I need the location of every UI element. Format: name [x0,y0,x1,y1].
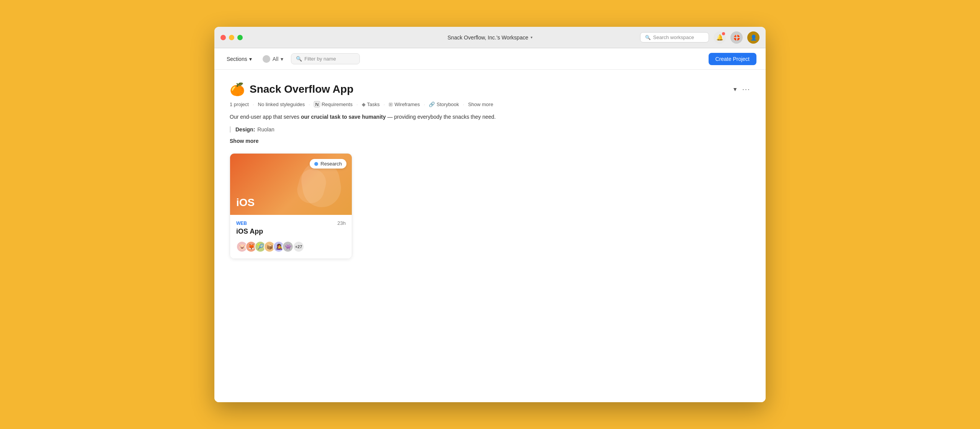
project-card[interactable]: iOS Research WEB 23h iOS App 🐷 🦊 🎾 📦 � [230,153,352,259]
toolbar: Sections ▾ All ▾ 🔍 Filter by name Create… [214,48,766,70]
minimize-button[interactable] [229,35,234,40]
project-description: Our end-user app that serves our crucial… [230,113,750,121]
card-name: iOS App [236,228,346,236]
meta-requirements[interactable]: N Requirements [314,101,353,107]
meta-wireframes[interactable]: ⊞ Wireframes [389,102,420,107]
project-collapse-icon[interactable]: ▼ [732,86,738,92]
wireframes-icon: ⊞ [389,102,393,107]
card-hours: 23h [337,220,346,226]
description-end: — providing everybody the snacks they ne… [386,114,496,120]
titlebar: Snack Overflow, Inc.'s Workspace ▾ 🔍 Sea… [214,27,766,48]
meta-storybook[interactable]: 🔗 Storybook [429,102,459,107]
help-button[interactable]: 🛟 [730,31,743,44]
project-title: Snack Overflow App [250,83,353,95]
project-header: 🍊 Snack Overflow App ▼ ··· [230,82,750,97]
notification-badge [722,32,725,35]
meta-projects: 1 project [230,102,249,107]
toggle-circle [263,55,270,63]
project-title-row: 🍊 Snack Overflow App [230,82,353,97]
workspace-title[interactable]: Snack Overflow, Inc.'s Workspace ▾ [448,34,532,41]
search-icon: 🔍 [645,35,651,40]
filter-placeholder: Filter by name [304,56,336,62]
research-dot [314,162,318,166]
avatar-6: 👾 [282,241,294,252]
description-text: Our end-user app that serves [230,114,301,120]
show-more-button[interactable]: Show more [230,138,750,144]
card-avatars: 🐷 🦊 🎾 📦 👩‍🎤 👾 +27 [236,241,346,252]
research-badge: Research [310,159,346,169]
research-badge-label: Research [320,161,342,167]
search-workspace-input[interactable]: 🔍 Search workspace [640,32,709,43]
design-value: Ruolan [257,126,274,133]
sections-chevron-icon: ▾ [249,56,252,62]
search-workspace-placeholder: Search workspace [653,34,694,40]
main-content: 🍊 Snack Overflow App ▼ ··· 1 project · N… [214,70,766,402]
notion-icon: N [314,101,320,107]
sections-label: Sections [227,56,247,62]
card-banner-label: iOS [236,196,255,209]
fullscreen-button[interactable] [237,35,243,40]
workspace-dropdown-icon: ▾ [531,35,532,39]
help-icon: 🛟 [733,34,740,41]
project-header-actions: ▼ ··· [732,85,750,93]
avatar-icon: 👤 [750,34,757,41]
notifications-button[interactable]: 🔔 [714,31,726,44]
titlebar-actions: 🔍 Search workspace 🔔 🛟 👤 [640,31,760,44]
design-info: Design: Ruolan [230,126,750,133]
meta-show-more[interactable]: Show more [468,102,493,107]
card-tag: WEB [236,221,247,226]
project-more-button[interactable]: ··· [742,85,750,93]
storybook-icon: 🔗 [429,102,435,107]
description-bold: our crucial task to save humanity [301,114,386,120]
tasks-icon: ◆ [362,102,366,107]
create-project-button[interactable]: Create Project [709,53,756,65]
all-chevron-icon: ▾ [281,56,283,62]
app-window: Snack Overflow, Inc.'s Workspace ▾ 🔍 Sea… [214,27,766,402]
all-toggle[interactable]: All ▾ [260,53,287,65]
close-button[interactable] [220,35,226,40]
card-tag-row: WEB 23h [236,220,346,226]
filter-search-icon: 🔍 [296,56,302,62]
meta-tasks[interactable]: ◆ Tasks [362,102,380,107]
all-label: All [273,56,279,62]
project-emoji: 🍊 [230,82,245,97]
meta-row: 1 project · No linked styleguides · N Re… [230,101,750,107]
sections-button[interactable]: Sections ▾ [224,54,255,64]
user-avatar[interactable]: 👤 [747,31,760,44]
card-banner: iOS Research [230,154,352,215]
filter-by-name-input[interactable]: 🔍 Filter by name [291,53,360,64]
design-label: Design: [235,126,255,133]
meta-styleguides: No linked styleguides [258,102,305,107]
workspace-name: Snack Overflow, Inc.'s Workspace [448,34,528,41]
traffic-lights [220,35,243,40]
card-body: WEB 23h iOS App 🐷 🦊 🎾 📦 👩‍🎤 👾 +27 [230,215,352,259]
avatar-count: +27 [293,241,304,252]
